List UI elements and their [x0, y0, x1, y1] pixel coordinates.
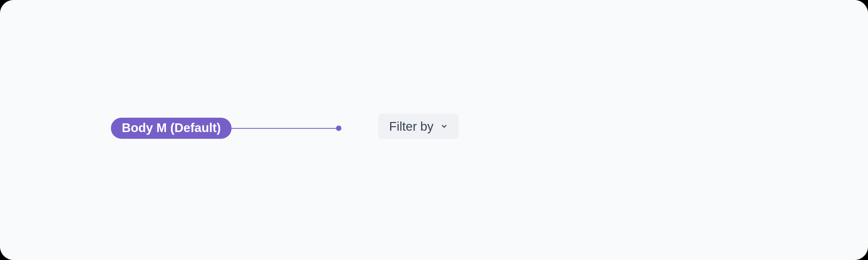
chevron-down-icon — [439, 122, 449, 131]
annotation-label: Body M (Default) — [122, 121, 221, 135]
filter-by-dropdown[interactable]: Filter by — [378, 114, 459, 139]
connector-endpoint-dot — [336, 125, 341, 131]
design-canvas: Body M (Default) Filter by — [0, 0, 868, 260]
typography-annotation: Body M (Default) — [111, 118, 341, 139]
annotation-connector — [231, 125, 341, 131]
filter-by-label: Filter by — [389, 120, 434, 133]
connector-line — [231, 128, 337, 129]
annotation-pill: Body M (Default) — [111, 118, 231, 139]
